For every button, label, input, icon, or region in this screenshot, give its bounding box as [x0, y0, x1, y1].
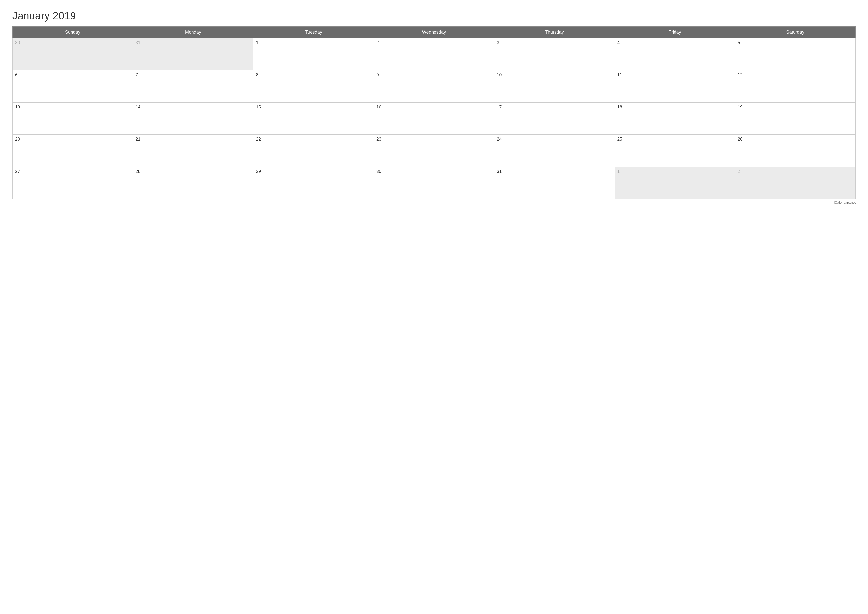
header-day-saturday: Saturday [735, 26, 856, 38]
week-row-3: 20212223242526 [12, 135, 856, 167]
week-row-4: 272829303112 [12, 167, 856, 199]
calendar-cell[interactable]: 31 [133, 38, 253, 70]
calendar-cell[interactable]: 25 [615, 135, 735, 167]
day-number: 26 [738, 137, 853, 142]
day-number: 2 [738, 169, 853, 174]
day-number: 29 [256, 169, 371, 174]
week-row-1: 6789101112 [12, 70, 856, 103]
calendar-cell[interactable]: 7 [133, 70, 253, 103]
day-number: 16 [377, 104, 491, 110]
day-number: 30 [377, 169, 491, 174]
calendar-cell[interactable]: 30 [12, 38, 133, 70]
day-number: 1 [256, 40, 371, 45]
day-number: 19 [738, 104, 853, 110]
calendar-cell[interactable]: 24 [494, 135, 615, 167]
day-number: 18 [617, 104, 733, 110]
day-number: 30 [15, 40, 130, 45]
day-number: 5 [738, 40, 853, 45]
day-number: 7 [136, 72, 251, 78]
calendar-cell[interactable]: 17 [494, 103, 615, 135]
calendar-cell[interactable]: 26 [735, 135, 856, 167]
calendar-cell[interactable]: 2 [374, 38, 494, 70]
header-day-sunday: Sunday [12, 26, 133, 38]
calendar-cell[interactable]: 11 [615, 70, 735, 103]
calendar-body: 3031123456789101112131415161718192021222… [12, 38, 856, 199]
day-number: 1 [617, 169, 733, 174]
calendar-cell[interactable]: 28 [133, 167, 253, 199]
calendar-cell[interactable]: 9 [374, 70, 494, 103]
calendar-cell[interactable]: 1 [615, 167, 735, 199]
header-row: SundayMondayTuesdayWednesdayThursdayFrid… [12, 26, 856, 38]
day-number: 14 [136, 104, 251, 110]
header-day-monday: Monday [133, 26, 253, 38]
day-number: 8 [256, 72, 371, 78]
day-number: 13 [15, 104, 130, 110]
day-number: 2 [377, 40, 491, 45]
calendar-cell[interactable]: 20 [12, 135, 133, 167]
calendar-cell[interactable]: 8 [253, 70, 374, 103]
day-number: 4 [617, 40, 733, 45]
calendar-cell[interactable]: 1 [253, 38, 374, 70]
calendar-cell[interactable]: 23 [374, 135, 494, 167]
day-number: 31 [136, 40, 251, 45]
calendar-table: SundayMondayTuesdayWednesdayThursdayFrid… [12, 26, 856, 199]
day-number: 15 [256, 104, 371, 110]
calendar-cell[interactable]: 14 [133, 103, 253, 135]
calendar-cell[interactable]: 22 [253, 135, 374, 167]
page-title: January 2019 [12, 10, 856, 22]
calendar-cell[interactable]: 21 [133, 135, 253, 167]
footer-attribution: iCalendars.net [12, 201, 856, 204]
calendar-cell[interactable]: 6 [12, 70, 133, 103]
day-number: 21 [136, 137, 251, 142]
day-number: 31 [497, 169, 612, 174]
header-day-thursday: Thursday [494, 26, 615, 38]
header-day-wednesday: Wednesday [374, 26, 494, 38]
day-number: 11 [617, 72, 733, 78]
day-number: 12 [738, 72, 853, 78]
day-number: 9 [377, 72, 491, 78]
calendar-cell[interactable]: 30 [374, 167, 494, 199]
calendar-cell[interactable]: 16 [374, 103, 494, 135]
day-number: 10 [497, 72, 612, 78]
calendar-cell[interactable]: 15 [253, 103, 374, 135]
day-number: 6 [15, 72, 130, 78]
day-number: 3 [497, 40, 612, 45]
day-number: 22 [256, 137, 371, 142]
week-row-2: 13141516171819 [12, 103, 856, 135]
header-day-friday: Friday [615, 26, 735, 38]
calendar-cell[interactable]: 5 [735, 38, 856, 70]
week-row-0: 303112345 [12, 38, 856, 70]
day-number: 17 [497, 104, 612, 110]
day-number: 23 [377, 137, 491, 142]
calendar-cell[interactable]: 2 [735, 167, 856, 199]
calendar-cell[interactable]: 13 [12, 103, 133, 135]
day-number: 25 [617, 137, 733, 142]
calendar-cell[interactable]: 27 [12, 167, 133, 199]
calendar-cell[interactable]: 10 [494, 70, 615, 103]
calendar-cell[interactable]: 3 [494, 38, 615, 70]
calendar-cell[interactable]: 19 [735, 103, 856, 135]
calendar-cell[interactable]: 4 [615, 38, 735, 70]
day-number: 27 [15, 169, 130, 174]
calendar-cell[interactable]: 29 [253, 167, 374, 199]
calendar-cell[interactable]: 12 [735, 70, 856, 103]
calendar-cell[interactable]: 18 [615, 103, 735, 135]
day-number: 28 [136, 169, 251, 174]
calendar-header: SundayMondayTuesdayWednesdayThursdayFrid… [12, 26, 856, 38]
header-day-tuesday: Tuesday [253, 26, 374, 38]
calendar-cell[interactable]: 31 [494, 167, 615, 199]
day-number: 20 [15, 137, 130, 142]
day-number: 24 [497, 137, 612, 142]
